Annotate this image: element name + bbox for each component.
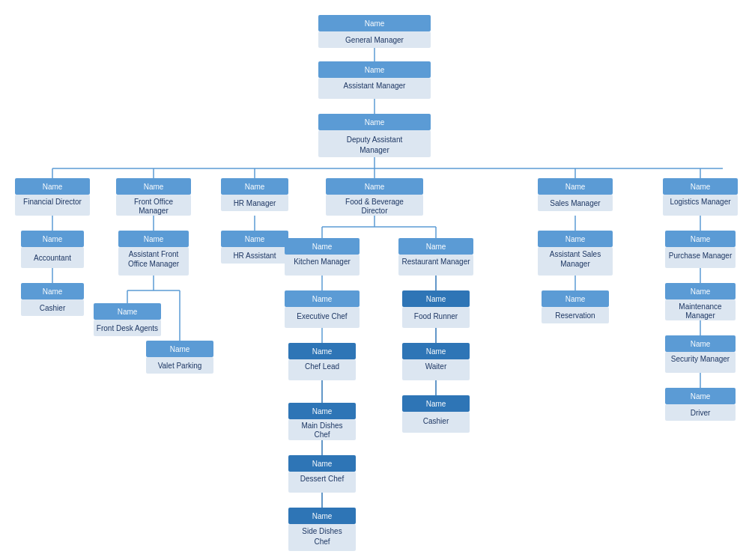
node-restaurant-manager: Name Restaurant Manager bbox=[398, 238, 473, 276]
node-hrm-name-text: Name bbox=[245, 183, 265, 191]
node-logistics-manager: Name Logistics Manager bbox=[663, 178, 738, 216]
chart-container: Name General Manager Name Assistant Mana… bbox=[0, 0, 749, 560]
node-hra-role-text: HR Assistant bbox=[233, 252, 276, 260]
node-mdc-name-text: Name bbox=[312, 407, 333, 416]
node-reservation: Name Reservation bbox=[542, 290, 609, 323]
node-accountant: Name Accountant bbox=[21, 231, 84, 268]
node-valet-role-text: Valet Parking bbox=[158, 362, 202, 370]
node-gm-role-text: General Manager bbox=[345, 36, 404, 44]
node-secm-name-text: Name bbox=[691, 340, 711, 348]
node-sdc-name-text: Name bbox=[312, 512, 333, 520]
node-fr-role-text: Food Runner bbox=[414, 312, 458, 320]
node-sm-role-text: Sales Manager bbox=[550, 199, 601, 207]
node-dessert-chef: Name Dessert Chef bbox=[288, 455, 356, 493]
node-mdc-role-text2: Chef bbox=[314, 430, 330, 439]
node-km-role-text: Kitchen Manager bbox=[294, 258, 351, 266]
node-sdc-role-text2: Chef bbox=[314, 538, 330, 546]
node-am-role-text: Assistant Manager bbox=[344, 82, 406, 90]
node-financial-director: Name Financial Director bbox=[15, 178, 90, 216]
node-dam-role-text2: Manager bbox=[360, 146, 389, 154]
node-valet-name-text: Name bbox=[170, 345, 190, 353]
node-asm-name-text: Name bbox=[565, 235, 586, 243]
node-security-manager: Name Security Manager bbox=[665, 335, 736, 373]
node-w-role-text: Waiter bbox=[425, 362, 447, 371]
node-dc-role-text: Dessert Chef bbox=[300, 475, 345, 483]
node-maintenance-manager: Name Maintenance Manager bbox=[665, 283, 736, 320]
node-dam-role-text: Deputy Assistant bbox=[347, 136, 403, 144]
node-asst-sales-manager: Name Assistant Sales Manager bbox=[538, 231, 613, 276]
node-mm-role-text2: Manager bbox=[685, 311, 715, 320]
node-acc-role-text: Accountant bbox=[34, 254, 71, 262]
node-asm-role-text2: Manager bbox=[560, 260, 590, 268]
node-front-desk-agents: Name Front Desk Agents bbox=[94, 303, 161, 336]
node-hr-manager: Name HR Manager bbox=[221, 178, 288, 211]
node-fom-name-text: Name bbox=[144, 183, 164, 191]
node-ec-name-text: Name bbox=[312, 295, 333, 303]
node-am-name-text: Name bbox=[365, 66, 385, 74]
node-fr-name-text: Name bbox=[426, 295, 446, 303]
node-fom-role-text: Front Office bbox=[134, 198, 173, 206]
node-fbd-name-text: Name bbox=[365, 183, 385, 191]
node-food-beverage-director: Name Food & Beverage Director bbox=[326, 178, 423, 216]
node-afom-name-text: Name bbox=[144, 235, 164, 243]
node-asst-front-office-manager: Name Assistant Front Office Manager bbox=[118, 231, 189, 276]
node-hrm-role-text: HR Manager bbox=[234, 199, 276, 207]
node-res-role-text: Reservation bbox=[555, 311, 595, 320]
node-fd-role-text: Financial Director bbox=[23, 198, 82, 206]
node-fbd-role-text: Food & Beverage bbox=[345, 198, 404, 206]
node-w-name-text: Name bbox=[426, 347, 446, 356]
node-sdc-role-text: Side Dishes bbox=[302, 527, 342, 535]
node-dc-name-text: Name bbox=[312, 460, 333, 468]
node-cash-fin-name-text: Name bbox=[43, 287, 63, 296]
node-hra-name-text: Name bbox=[245, 235, 265, 243]
node-fda-name-text: Name bbox=[118, 308, 138, 316]
node-sm-name-text: Name bbox=[565, 183, 586, 191]
node-cashier-financial: Name Cashier bbox=[21, 283, 84, 316]
node-ec-role-text: Executive Chef bbox=[297, 312, 347, 320]
node-driver: Name Driver bbox=[665, 388, 736, 421]
node-side-dishes-chef: Name Side Dishes Chef bbox=[288, 508, 356, 551]
node-cl-name-text: Name bbox=[312, 347, 333, 356]
node-kitchen-manager: Name Kitchen Manager bbox=[285, 238, 360, 276]
node-mm-role-text: Maintenance bbox=[679, 302, 722, 311]
node-executive-chef: Name Executive Chef bbox=[285, 290, 360, 328]
node-assistant-manager: Name Assistant Manager bbox=[318, 61, 431, 99]
node-fda-role-text: Front Desk Agents bbox=[97, 324, 158, 332]
org-chart-svg: Name General Manager Name Assistant Mana… bbox=[7, 7, 749, 560]
node-general-manager: Name General Manager bbox=[318, 15, 431, 48]
node-fom-role-text2: Manager bbox=[139, 207, 169, 215]
node-cash-rest-role-text: Cashier bbox=[423, 417, 449, 425]
node-secm-role-text: Security Manager bbox=[671, 355, 730, 363]
node-lm-role-text: Logistics Manager bbox=[670, 198, 731, 206]
node-main-dishes-chef: Name Main Dishes Chef bbox=[288, 403, 356, 440]
node-mdc-role-text: Main Dishes bbox=[301, 421, 342, 430]
node-afom-role-text2: Office Manager bbox=[128, 260, 180, 268]
node-drv-role-text: Driver bbox=[691, 409, 711, 417]
node-afom-role-text: Assistant Front bbox=[129, 250, 179, 258]
node-waiter: Name Waiter bbox=[402, 343, 470, 380]
node-cash-fin-role-text: Cashier bbox=[40, 304, 66, 312]
node-front-office-manager: Name Front Office Manager bbox=[116, 178, 191, 216]
node-cashier-restaurant: Name Cashier bbox=[402, 395, 470, 433]
node-deputy-assistant-manager: Name Deputy Assistant Manager bbox=[318, 114, 431, 157]
node-km-name-text: Name bbox=[312, 243, 333, 251]
node-cash-rest-name-text: Name bbox=[426, 400, 446, 408]
node-pm-name-text: Name bbox=[691, 235, 711, 243]
node-lm-name-text: Name bbox=[691, 183, 711, 191]
node-hr-assistant: Name HR Assistant bbox=[221, 231, 288, 264]
node-purchase-manager: Name Purchase Manager bbox=[665, 231, 736, 268]
node-fd-name-text: Name bbox=[43, 183, 63, 191]
node-chef-lead: Name Chef Lead bbox=[288, 343, 356, 380]
node-res-name-text: Name bbox=[565, 295, 586, 303]
node-pm-role-text: Purchase Manager bbox=[669, 252, 733, 260]
node-gm-name-text: Name bbox=[365, 19, 385, 28]
node-acc-name-text: Name bbox=[43, 235, 63, 243]
node-rm-name-text: Name bbox=[426, 243, 446, 251]
node-fbd-role-text2: Director bbox=[361, 207, 388, 215]
node-sales-manager: Name Sales Manager bbox=[538, 178, 613, 211]
node-valet-parking: Name Valet Parking bbox=[146, 341, 213, 374]
node-dam-name-text: Name bbox=[365, 118, 385, 127]
node-rm-role-text: Restaurant Manager bbox=[401, 258, 470, 266]
node-food-runner: Name Food Runner bbox=[402, 290, 470, 328]
node-drv-name-text: Name bbox=[691, 392, 711, 401]
